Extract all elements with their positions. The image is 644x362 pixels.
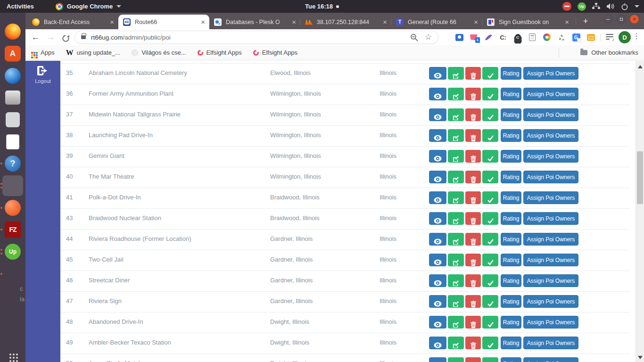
rating-button[interactable]: Rating (501, 150, 521, 163)
recycle-extension-icon[interactable] (557, 33, 566, 41)
view-poi-button[interactable] (429, 357, 446, 362)
assign-poi-owners-button[interactable]: Assign Poi Owners (523, 295, 578, 308)
dock-item-vscode[interactable] (2, 263, 23, 284)
screen-capture-extension-icon[interactable] (455, 33, 463, 41)
dock-item-firefox[interactable] (2, 21, 23, 42)
volume-icon[interactable] (606, 3, 615, 10)
tab-close-icon[interactable]: × (108, 18, 116, 25)
dock-item-writer[interactable] (2, 132, 23, 152)
translate-extension-icon[interactable]: G (572, 33, 580, 41)
browser-tab-2[interactable]: 66Route66× (118, 15, 209, 29)
forward-button[interactable]: → (46, 31, 55, 43)
app-menu[interactable]: Google Chrome (56, 3, 122, 10)
address-bar[interactable]: rt66ug.com/admin/public/poi ☆ (74, 31, 438, 44)
dock-item-thunderbird[interactable] (2, 66, 23, 86)
approve-poi-button[interactable] (482, 212, 498, 225)
edit-poi-button[interactable] (448, 337, 464, 349)
activities-button[interactable]: Activities (7, 3, 34, 10)
delete-poi-button[interactable] (465, 233, 481, 246)
power-icon[interactable] (621, 3, 628, 10)
bookmark-apps[interactable]: Apps (31, 49, 55, 56)
dock-item-help[interactable]: ? (2, 153, 23, 174)
edit-poi-button[interactable] (448, 171, 464, 183)
show-applications-button[interactable] (9, 354, 11, 355)
assign-poi-owners-button[interactable]: Assign Poi Owners (523, 316, 578, 329)
rating-button[interactable]: Rating (501, 212, 521, 225)
assign-poi-owners-button[interactable]: Assign Poi Owners (523, 129, 578, 142)
edit-poi-button[interactable] (448, 357, 464, 362)
delete-poi-button[interactable] (465, 357, 481, 362)
dock-item-filezilla[interactable]: FZ (2, 219, 23, 240)
assign-poi-owners-button[interactable]: Assign Poi Owners (523, 274, 578, 287)
delete-poi-button[interactable] (465, 212, 481, 225)
scroll-up-icon[interactable] (638, 65, 643, 68)
assign-poi-owners-button[interactable]: Assign Poi Owners (523, 67, 578, 80)
colorzilla-extension-icon[interactable]: C: (499, 33, 507, 41)
edit-poi-button[interactable] (448, 67, 464, 80)
edit-poi-button[interactable] (448, 191, 464, 204)
delete-poi-button[interactable] (465, 191, 481, 204)
logout-button[interactable]: Logout (25, 66, 60, 84)
bookmark-vil-gos-s-cse-[interactable]: Világos és cse... (132, 49, 186, 56)
clock[interactable]: Tue 16:18 (305, 3, 339, 10)
approve-poi-button[interactable] (482, 191, 498, 204)
delete-poi-button[interactable] (465, 171, 481, 183)
zoom-icon[interactable] (410, 33, 418, 41)
rating-button[interactable]: Rating (501, 108, 521, 121)
dock-item-chrome[interactable] (2, 175, 23, 196)
palette-extension-icon[interactable] (543, 33, 551, 41)
view-poi-button[interactable] (429, 171, 446, 183)
new-tab-button[interactable]: + (579, 15, 592, 28)
delete-poi-button[interactable] (465, 316, 481, 329)
approve-poi-button[interactable] (482, 357, 498, 362)
assign-poi-owners-button[interactable]: Assign Poi Owners (523, 337, 578, 349)
browser-tab-4[interactable]: 38.107.250.128:844× (300, 15, 391, 29)
dock-item-archive[interactable] (2, 87, 23, 108)
browser-tab-5[interactable]: TGeneral (Route 66× (391, 15, 482, 29)
back-button[interactable]: ← (31, 31, 40, 43)
maximize-button[interactable] (617, 15, 626, 24)
reload-button[interactable] (62, 33, 70, 46)
rating-button[interactable]: Rating (501, 191, 521, 204)
rating-button[interactable]: Rating (501, 233, 521, 246)
delete-poi-button[interactable] (465, 295, 481, 308)
view-poi-button[interactable] (429, 150, 446, 163)
assign-poi-owners-button[interactable]: Assign Poi Owners (523, 108, 578, 121)
approve-poi-button[interactable] (482, 316, 498, 329)
scroll-down-icon[interactable] (638, 356, 643, 359)
approve-poi-button[interactable] (482, 88, 498, 100)
browser-tab-1[interactable]: Back-End Access× (27, 15, 118, 29)
view-poi-button[interactable] (429, 191, 446, 204)
view-poi-button[interactable] (429, 316, 446, 329)
dock-item-media[interactable] (2, 109, 23, 130)
view-poi-button[interactable] (429, 337, 446, 349)
browser-tab-3[interactable]: Databases - Plesk O× (209, 15, 300, 29)
tab-close-icon[interactable]: × (381, 18, 388, 25)
approve-poi-button[interactable] (482, 67, 498, 80)
edit-poi-button[interactable] (448, 212, 464, 225)
dock-item-upwork[interactable]: Up (2, 241, 23, 262)
notes-extension-icon[interactable] (528, 33, 537, 41)
assign-poi-owners-button[interactable]: Assign Poi Owners (523, 254, 578, 266)
view-poi-button[interactable] (429, 212, 446, 225)
edit-poi-button[interactable] (448, 316, 464, 329)
rating-button[interactable]: Rating (501, 254, 521, 266)
assign-poi-owners-button[interactable]: Assign Poi Owners (523, 357, 578, 362)
do-not-disturb-icon[interactable] (562, 2, 571, 11)
view-poi-button[interactable] (429, 67, 446, 80)
edit-poi-button[interactable] (448, 254, 464, 266)
view-poi-button[interactable] (429, 129, 446, 142)
approve-poi-button[interactable] (482, 108, 498, 121)
approve-poi-button[interactable] (482, 254, 498, 266)
assign-poi-owners-button[interactable]: Assign Poi Owners (523, 171, 578, 183)
bookmark-elfsight-apps[interactable]: Elfsight Apps (253, 49, 297, 56)
delete-poi-button[interactable] (465, 129, 481, 142)
bookmark-star-icon[interactable]: ☆ (425, 32, 432, 42)
view-poi-button[interactable] (429, 295, 446, 308)
approve-poi-button[interactable] (482, 129, 498, 142)
browser-menu-icon[interactable]: ⋮ (633, 32, 640, 41)
delete-poi-button[interactable] (465, 337, 481, 349)
edit-poi-button[interactable] (448, 274, 464, 287)
view-poi-button[interactable] (429, 274, 446, 287)
bookmark-elfsight-apps[interactable]: Elfsight Apps (198, 49, 242, 56)
